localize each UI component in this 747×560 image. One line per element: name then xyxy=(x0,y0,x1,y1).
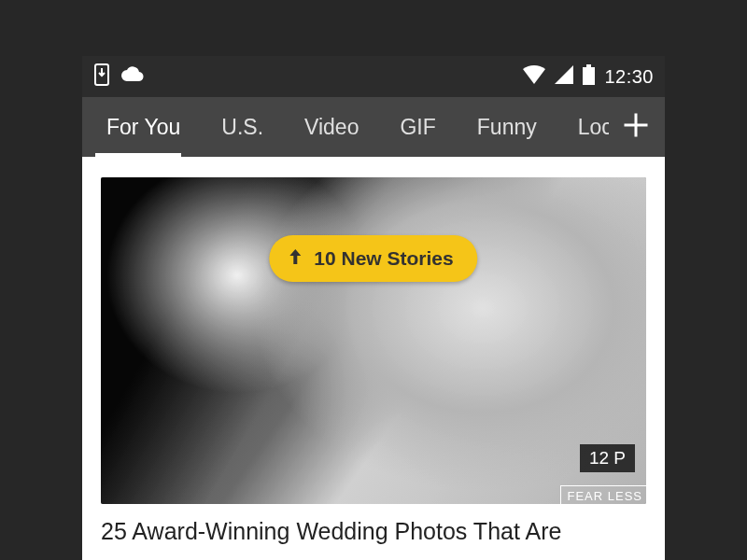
tab-local[interactable]: Loc xyxy=(557,97,609,157)
photo-watermark: FEAR LESS xyxy=(560,485,646,504)
article-hero-image[interactable]: 10 New Stories 12 P FEAR LESS xyxy=(101,177,646,504)
svg-rect-2 xyxy=(583,67,595,85)
article-headline[interactable]: 25 Award-Winning Wedding Photos That Are xyxy=(101,517,646,546)
tab-gif[interactable]: GIF xyxy=(379,97,456,157)
feed-content: 10 New Stories 12 P FEAR LESS 25 Award-W… xyxy=(82,157,665,546)
photo-count-badge: 12 P xyxy=(580,444,635,472)
cloud-icon xyxy=(120,66,146,88)
download-icon xyxy=(93,63,110,91)
add-category-button[interactable] xyxy=(611,113,665,141)
clock-text: 12:30 xyxy=(604,66,654,88)
hero-photo xyxy=(101,177,646,504)
new-stories-label: 10 New Stories xyxy=(314,247,453,270)
status-bar: 12:30 xyxy=(82,56,665,97)
tab-us[interactable]: U.S. xyxy=(201,97,284,157)
phone-frame: 12:30 For You U.S. Video GIF Funny Loc 1… xyxy=(82,56,665,560)
new-stories-pill[interactable]: 10 New Stories xyxy=(269,235,477,282)
cell-signal-icon xyxy=(555,65,573,89)
battery-icon xyxy=(583,64,595,90)
tab-video[interactable]: Video xyxy=(284,97,379,157)
svg-rect-1 xyxy=(586,64,591,67)
tab-for-you[interactable]: For You xyxy=(86,97,201,157)
plus-icon xyxy=(624,113,648,141)
category-tab-bar: For You U.S. Video GIF Funny Loc xyxy=(82,97,665,157)
arrow-up-icon xyxy=(288,247,303,271)
tab-funny[interactable]: Funny xyxy=(457,97,557,157)
wifi-icon xyxy=(523,65,545,89)
